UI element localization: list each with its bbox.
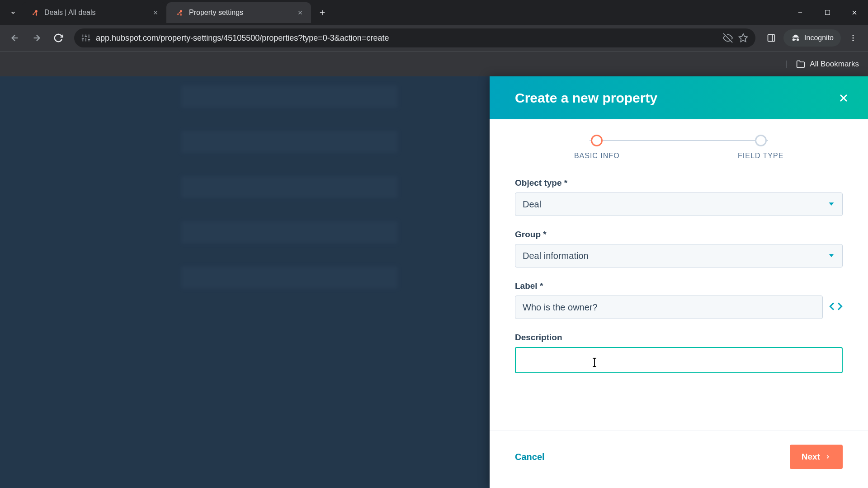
forward-button[interactable]	[27, 28, 46, 47]
code-icon[interactable]	[829, 300, 843, 315]
description-label: Description	[515, 333, 843, 343]
select-value: Deal	[523, 199, 541, 210]
tab-deals[interactable]: Deals | All deals	[22, 2, 166, 23]
panel-close-button[interactable]	[835, 90, 852, 106]
svg-rect-17	[825, 10, 830, 15]
eye-off-icon[interactable]	[723, 33, 733, 43]
browser-menu-button[interactable]	[844, 28, 863, 47]
next-button-label: Next	[802, 452, 820, 462]
side-panel-button[interactable]	[762, 28, 781, 47]
incognito-label: Incognito	[804, 34, 834, 42]
group-label: Group *	[515, 230, 843, 239]
create-property-panel: Create a new property BASIC INFO FIELD T…	[490, 76, 868, 488]
panel-title: Create a new property	[515, 90, 657, 106]
svg-point-11	[180, 14, 182, 15]
chevron-down-icon	[828, 251, 835, 261]
step-label: FIELD TYPE	[738, 152, 783, 160]
reload-button[interactable]	[49, 28, 68, 47]
cancel-button[interactable]: Cancel	[515, 452, 545, 462]
description-field-group: Description	[515, 333, 843, 375]
description-textarea[interactable]	[515, 347, 843, 373]
step-basic-info[interactable]: BASIC INFO	[515, 135, 679, 160]
tab-close-icon[interactable]	[296, 8, 305, 17]
svg-marker-41	[829, 254, 834, 257]
label-field-group: Label *	[515, 281, 843, 319]
chevron-right-icon	[825, 454, 831, 460]
tab-bar: Deals | All deals Property settings	[0, 0, 868, 25]
step-field-type[interactable]: FIELD TYPE	[679, 135, 843, 160]
svg-point-37	[853, 40, 854, 41]
all-bookmarks-label: All Bookmarks	[810, 60, 859, 69]
object-type-label: Object type *	[515, 178, 843, 188]
close-icon	[837, 92, 850, 104]
tabs-dropdown-button[interactable]	[5, 4, 22, 21]
chevron-down-icon	[828, 199, 835, 210]
url-field[interactable]: app.hubspot.com/property-settings/451055…	[74, 28, 755, 47]
svg-line-9	[179, 12, 180, 13]
tab-property-settings[interactable]: Property settings	[166, 2, 311, 23]
svg-point-1	[33, 13, 34, 14]
tab-title: Property settings	[189, 9, 291, 17]
window-controls	[787, 0, 868, 25]
tab-close-icon[interactable]	[151, 8, 160, 17]
browser-chrome: Deals | All deals Property settings	[0, 0, 868, 76]
svg-point-36	[853, 38, 854, 39]
panel-header: Create a new property	[490, 76, 868, 119]
step-indicator-active	[591, 135, 603, 146]
svg-point-8	[177, 13, 179, 14]
step-indicator	[755, 135, 767, 146]
divider: |	[785, 59, 788, 69]
tab-title: Deals | All deals	[44, 9, 146, 17]
panel-footer: Cancel Next	[490, 431, 868, 488]
close-window-button[interactable]	[841, 0, 868, 25]
minimize-button[interactable]	[787, 0, 814, 25]
hubspot-favicon-icon	[30, 8, 40, 18]
svg-marker-40	[829, 202, 834, 206]
next-button[interactable]: Next	[790, 445, 843, 469]
all-bookmarks-button[interactable]: All Bookmarks	[796, 60, 859, 69]
svg-rect-33	[768, 35, 775, 42]
svg-marker-32	[739, 34, 747, 42]
incognito-badge[interactable]: Incognito	[783, 29, 841, 47]
page-content: Create a new property BASIC INFO FIELD T…	[0, 76, 868, 488]
url-text: app.hubspot.com/property-settings/451055…	[96, 33, 717, 43]
label-field-label: Label *	[515, 281, 843, 291]
step-label: BASIC INFO	[574, 152, 620, 160]
bookmarks-bar: | All Bookmarks	[0, 51, 868, 76]
svg-line-2	[34, 12, 35, 13]
maximize-button[interactable]	[814, 0, 841, 25]
folder-icon	[796, 60, 805, 69]
svg-point-4	[36, 14, 37, 15]
panel-body: BASIC INFO FIELD TYPE Object type * Deal…	[490, 119, 868, 431]
hubspot-favicon-icon	[175, 8, 184, 18]
stepper: BASIC INFO FIELD TYPE	[515, 135, 843, 160]
object-type-group: Object type * Deal	[515, 178, 843, 216]
object-type-select[interactable]: Deal	[515, 192, 843, 216]
svg-point-35	[853, 35, 854, 36]
group-select[interactable]: Deal information	[515, 244, 843, 267]
new-tab-button[interactable]	[314, 4, 331, 21]
group-field-group: Group * Deal information	[515, 230, 843, 267]
step-connector	[590, 140, 768, 141]
label-input[interactable]	[515, 296, 823, 319]
select-value: Deal information	[523, 251, 589, 261]
site-settings-icon[interactable]	[81, 33, 90, 42]
bookmark-star-icon[interactable]	[738, 33, 748, 43]
incognito-icon	[791, 33, 801, 43]
back-button[interactable]	[5, 28, 24, 47]
address-bar: app.hubspot.com/property-settings/451055…	[0, 25, 868, 51]
